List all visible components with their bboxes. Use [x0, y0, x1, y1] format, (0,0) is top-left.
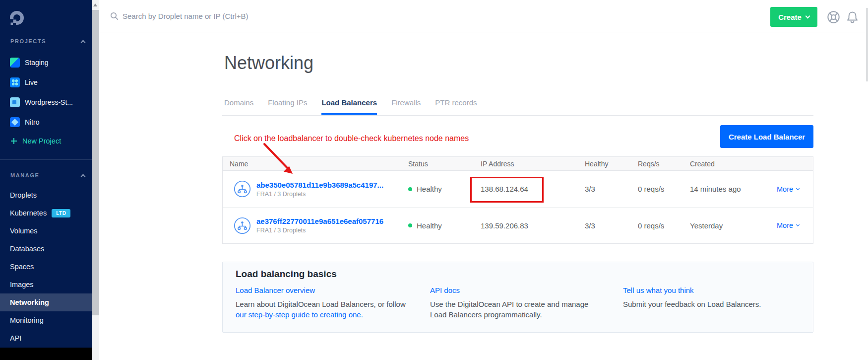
column-header-reqs: Reqs/s	[638, 160, 690, 168]
tab-floating-ips[interactable]: Floating IPs	[268, 98, 307, 115]
sidebar-item-spaces[interactable]: Spaces	[0, 258, 92, 276]
project-label: Staging	[25, 59, 48, 67]
api-docs-link[interactable]: API docs	[430, 286, 460, 294]
sidebar-item-project-live[interactable]: Live	[0, 72, 92, 92]
project-label: Live	[25, 78, 38, 86]
help-icon[interactable]	[826, 10, 841, 26]
sidebar-item-label: Images	[10, 281, 34, 288]
load-balancer-overview-link[interactable]: Load Balancer overview	[236, 286, 315, 294]
page-scrollbar[interactable]	[866, 8, 868, 81]
scrollbar-up-arrow-icon[interactable]	[93, 3, 97, 6]
column-header-healthy: Healthy	[585, 160, 638, 168]
sidebar-item-label: Kubernetes	[10, 209, 47, 217]
created-at: 14 minutes ago	[690, 185, 777, 193]
sidebar-item-label: Spaces	[10, 263, 34, 271]
sidebar-item-kubernetes[interactable]: Kubernetes LTD	[0, 204, 92, 222]
column-header-name: Name	[223, 160, 408, 168]
load-balancer-icon	[234, 217, 251, 234]
sidebar: PROJECTS Staging Live Wordpress-St... Ni…	[0, 0, 92, 348]
column-header-status: Status	[408, 160, 481, 168]
load-balancer-icon	[234, 180, 251, 198]
load-balancer-meta: FRA1 / 3 Droplets	[256, 227, 383, 234]
ip-address: 139.59.206.83	[481, 221, 585, 230]
basics-text-part: Learn about DigitalOcean Load Balancers,…	[236, 300, 406, 308]
status-text: Healthy	[417, 221, 442, 230]
sidebar-item-api[interactable]: API	[0, 329, 92, 347]
tab-load-balancers[interactable]: Load Balancers	[321, 98, 377, 115]
table-header-row: Name Status IP Address Healthy Reqs/s Cr…	[223, 157, 813, 171]
sidebar-bottom-strip	[0, 348, 92, 360]
basics-column-feedback: Tell us what you think Submit your feedb…	[623, 286, 787, 309]
load-balancing-basics-panel: Load balancing basics Load Balancer over…	[222, 262, 813, 333]
sidebar-item-networking[interactable]: Networking	[0, 293, 92, 311]
notifications-bell-icon[interactable]	[845, 10, 860, 26]
healthy-status-dot	[408, 223, 412, 227]
staging-project-icon	[10, 58, 20, 68]
sidebar-item-images[interactable]: Images	[0, 276, 92, 293]
tab-firewalls[interactable]: Firewalls	[391, 98, 421, 115]
basics-text: Learn about DigitalOcean Load Balancers,…	[236, 299, 412, 320]
plus-icon	[11, 138, 17, 144]
feedback-link[interactable]: Tell us what you think	[623, 286, 694, 294]
sidebar-item-label: Droplets	[10, 191, 37, 199]
sidebar-item-label: Databases	[10, 245, 44, 253]
live-project-icon	[10, 77, 20, 87]
search-input[interactable]	[123, 12, 331, 20]
healthy-count: 3/3	[585, 185, 638, 193]
more-menu-button[interactable]: More	[777, 221, 813, 229]
status-text: Healthy	[417, 185, 442, 193]
digitalocean-logo-icon[interactable]	[9, 10, 24, 25]
chevron-up-icon	[81, 40, 86, 45]
table-row[interactable]: abe350e05781d11e9b3689a5c4197... FRA1 / …	[223, 171, 813, 207]
scrollbar-thumb[interactable]	[92, 10, 99, 315]
tab-ptr-records[interactable]: PTR records	[435, 98, 477, 115]
chevron-down-icon	[796, 223, 800, 226]
nitro-project-icon	[10, 117, 20, 127]
sidebar-item-label: Monitoring	[10, 316, 44, 324]
more-menu-button[interactable]: More	[777, 185, 813, 193]
new-project-label: New Project	[22, 137, 61, 145]
step-by-step-guide-link[interactable]: our step-by-step guide to creating one.	[236, 309, 363, 320]
load-balancer-name-link[interactable]: abe350e05781d11e9b3689a5c4197...	[256, 181, 383, 189]
ltd-badge: LTD	[52, 209, 70, 217]
create-button[interactable]: Create	[770, 7, 817, 27]
sidebar-item-label: Volumes	[10, 227, 38, 235]
load-balancer-table: Name Status IP Address Healthy Reqs/s Cr…	[222, 156, 813, 244]
create-load-balancer-button[interactable]: Create Load Balancer	[720, 125, 813, 148]
sidebar-section-manage[interactable]: MANAGE	[10, 172, 85, 178]
create-button-label: Create	[778, 13, 802, 21]
ip-address: 138.68.124.64	[481, 185, 585, 193]
column-header-ip: IP Address	[481, 160, 585, 168]
page-title: Networking	[224, 53, 313, 73]
sidebar-item-monitoring[interactable]: Monitoring	[0, 311, 92, 329]
new-project-button[interactable]: New Project	[0, 132, 92, 150]
sidebar-item-volumes[interactable]: Volumes	[0, 222, 92, 240]
load-balancer-meta: FRA1 / 3 Droplets	[256, 191, 383, 198]
sidebar-item-label: Networking	[10, 298, 49, 306]
sidebar-item-databases[interactable]: Databases	[0, 240, 92, 258]
sidebar-scrollbar[interactable]	[92, 0, 99, 360]
tabs-baseline	[222, 115, 813, 116]
digitalocean-console: PROJECTS Staging Live Wordpress-St... Ni…	[0, 0, 868, 360]
tab-domains[interactable]: Domains	[224, 98, 253, 115]
manage-label: MANAGE	[10, 172, 40, 178]
sidebar-section-projects[interactable]: PROJECTS	[10, 38, 85, 44]
healthy-count: 3/3	[585, 221, 638, 230]
requests-per-second: 0 reqs/s	[638, 221, 690, 230]
load-balancer-name-link[interactable]: ae376ff22770011e9a651e6eaf057716	[256, 217, 383, 225]
requests-per-second: 0 reqs/s	[638, 185, 690, 193]
sidebar-item-project-nitro[interactable]: Nitro	[0, 112, 92, 132]
more-label: More	[777, 185, 793, 193]
basics-column-api: API docs Use the DigitalOcean API to cre…	[430, 286, 599, 320]
chevron-up-icon	[81, 174, 86, 179]
basics-title: Load balancing basics	[236, 269, 337, 280]
annotation-text: Click on the loadbalancer to double-chec…	[234, 134, 469, 143]
sidebar-item-project-staging[interactable]: Staging	[0, 53, 92, 72]
sidebar-item-droplets[interactable]: Droplets	[0, 186, 92, 204]
projects-label: PROJECTS	[10, 38, 46, 44]
wordpress-project-icon	[10, 97, 20, 107]
column-header-created: Created	[690, 160, 777, 168]
chevron-down-icon	[796, 186, 800, 190]
table-row[interactable]: ae376ff22770011e9a651e6eaf057716 FRA1 / …	[223, 207, 813, 243]
sidebar-item-project-wordpress[interactable]: Wordpress-St...	[0, 92, 92, 112]
